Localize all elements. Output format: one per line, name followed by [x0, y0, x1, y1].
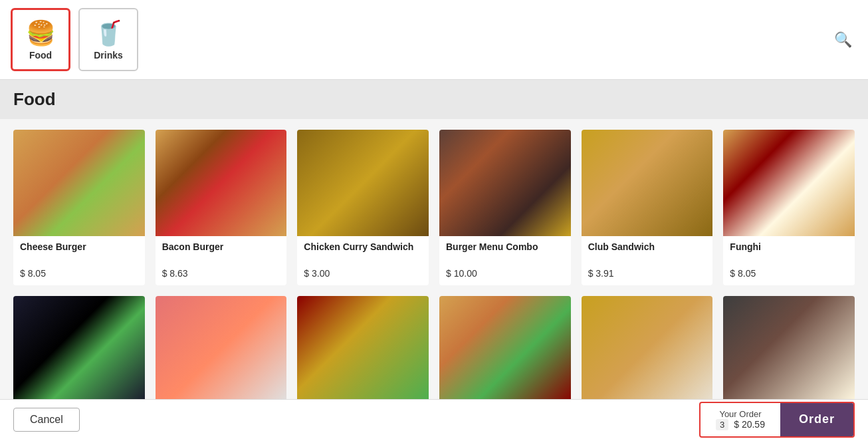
food-card-info-cheese-burger: Cheese Burger$ 8.05	[13, 236, 145, 285]
order-info: Your Order 3 $ 20.59	[701, 405, 780, 434]
food-card-price-bacon-burger: $ 8.63	[162, 268, 280, 279]
section-title: Food	[13, 89, 56, 109]
food-card-image-spring-rolls	[582, 296, 713, 402]
order-section: Your Order 3 $ 20.59 Order	[699, 402, 855, 438]
food-card-burger-menu-combo[interactable]: Burger Menu Combo$ 10.00	[439, 130, 571, 285]
food-card-info-funghi: Funghi$ 8.05	[723, 236, 855, 285]
main-content: Food Cheese Burger$ 8.05Bacon Burger$ 8.…	[0, 80, 868, 439]
food-card-image-chicken-curry-sandwich	[297, 130, 429, 236]
food-card-price-club-sandwich: $ 3.91	[588, 268, 706, 279]
food-card-image-sushi	[13, 296, 145, 402]
order-details: 3 $ 20.59	[716, 419, 765, 430]
food-tab-label: Food	[29, 50, 52, 61]
search-button[interactable]: 🔍	[829, 29, 857, 51]
section-header: Food	[0, 80, 868, 119]
food-card-image-bacon-burger	[156, 130, 287, 236]
food-card-price-funghi: $ 8.05	[730, 268, 848, 279]
food-card-info-burger-menu-combo: Burger Menu Combo$ 10.00	[439, 236, 571, 285]
food-card-name-bacon-burger: Bacon Burger	[162, 241, 280, 263]
top-nav: 🍔 Food 🥤 Drinks 🔍	[0, 0, 868, 80]
food-card-info-chicken-curry-sandwich: Chicken Curry Sandwich$ 3.00	[297, 236, 429, 285]
food-card-image-bowl	[723, 296, 855, 402]
food-card-funghi[interactable]: Funghi$ 8.05	[723, 130, 855, 285]
tab-food[interactable]: 🍔 Food	[11, 8, 70, 71]
drinks-tab-icon: 🥤	[94, 19, 124, 47]
food-card-chicken-curry-sandwich[interactable]: Chicken Curry Sandwich$ 3.00	[297, 130, 429, 285]
bottom-bar: Cancel Your Order 3 $ 20.59 Order	[0, 399, 868, 439]
food-card-price-cheese-burger: $ 8.05	[20, 268, 138, 279]
food-card-image-funghi	[723, 130, 855, 236]
food-card-image-wrap	[297, 296, 429, 402]
search-icon: 🔍	[834, 31, 852, 48]
order-total: $ 20.59	[734, 419, 765, 430]
food-card-cheese-burger[interactable]: Cheese Burger$ 8.05	[13, 130, 145, 285]
order-button[interactable]: Order	[780, 403, 853, 436]
your-order-label: Your Order	[719, 409, 761, 419]
food-card-name-burger-menu-combo: Burger Menu Combo	[446, 241, 564, 263]
order-count: 3	[716, 419, 728, 430]
drinks-tab-label: Drinks	[94, 50, 123, 61]
category-tabs: 🍔 Food 🥤 Drinks	[11, 8, 138, 71]
food-card-price-burger-menu-combo: $ 10.00	[446, 268, 564, 279]
cancel-button[interactable]: Cancel	[13, 408, 80, 432]
food-tab-icon: 🍔	[26, 19, 56, 47]
food-card-image-pizza2	[439, 296, 571, 402]
food-card-name-funghi: Funghi	[730, 241, 848, 263]
tab-drinks[interactable]: 🥤 Drinks	[78, 8, 138, 71]
food-card-price-chicken-curry-sandwich: $ 3.00	[304, 268, 422, 279]
food-card-name-chicken-curry-sandwich: Chicken Curry Sandwich	[304, 241, 422, 263]
food-card-image-burger-menu-combo	[439, 130, 571, 236]
food-card-bacon-burger[interactable]: Bacon Burger$ 8.63	[156, 130, 287, 285]
food-card-name-club-sandwich: Club Sandwich	[588, 241, 706, 263]
food-card-image-cheese-burger	[13, 130, 145, 236]
food-card-club-sandwich[interactable]: Club Sandwich$ 3.91	[582, 130, 713, 285]
food-card-info-club-sandwich: Club Sandwich$ 3.91	[582, 236, 713, 285]
food-card-image-salmon	[156, 296, 287, 402]
food-card-name-cheese-burger: Cheese Burger	[20, 241, 138, 263]
food-card-info-bacon-burger: Bacon Burger$ 8.63	[156, 236, 287, 285]
food-card-image-club-sandwich	[582, 130, 713, 236]
food-grid-row1: Cheese Burger$ 8.05Bacon Burger$ 8.63Chi…	[13, 130, 855, 285]
